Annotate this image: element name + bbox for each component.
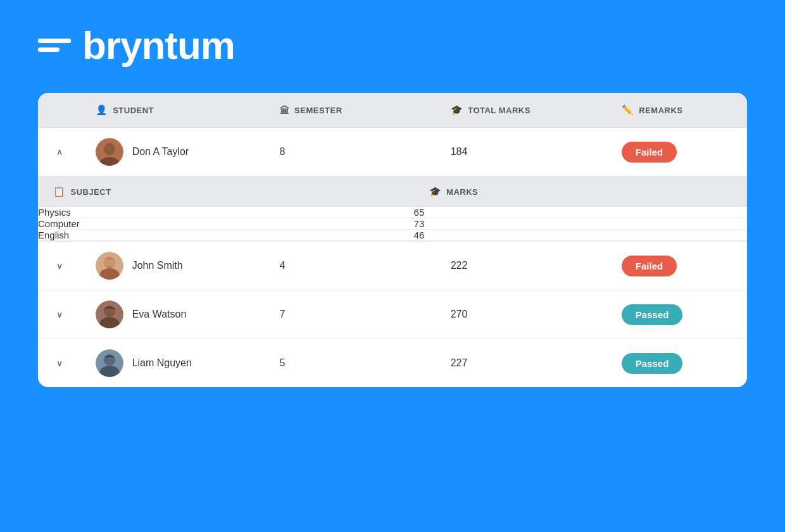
- table-row: ∨ Liam Nguyen: [38, 339, 747, 388]
- svg-point-10: [104, 308, 115, 313]
- student-name: Liam Nguyen: [132, 357, 192, 369]
- inner-header-row: 📋 SUBJECT 🎓 MARKS: [38, 177, 747, 207]
- semester-cell: 4: [267, 242, 438, 290]
- marks-cell: 184: [438, 128, 609, 176]
- students-table: 👤 STUDENT 🏛 SEMESTER 🎓 TOTAL MARKS: [38, 93, 747, 387]
- table-row: ∨ John Smith: [38, 242, 747, 290]
- student-name: John Smith: [132, 260, 183, 271]
- header: bryntum: [0, 0, 785, 93]
- logo-line-2: [38, 47, 60, 52]
- student-cell: Don A Taylor: [83, 128, 267, 176]
- inner-table-wrapper: 📋 SUBJECT 🎓 MARKS: [38, 176, 747, 241]
- avatar: [96, 300, 123, 328]
- remarks-icon: ✏️: [622, 104, 634, 116]
- student-icon: 👤: [96, 104, 108, 116]
- collapse-button[interactable]: ∧: [51, 143, 68, 161]
- marks-icon: 🎓: [451, 104, 463, 116]
- avatar: [96, 349, 123, 377]
- subject-marks-failing: 46: [414, 230, 747, 241]
- semester-cell: 8: [267, 128, 438, 176]
- expand-cell: ∧: [38, 128, 83, 176]
- expand-cell: ∨: [38, 290, 83, 339]
- expand-button[interactable]: ∨: [51, 306, 68, 323]
- expand-cell: ∨: [38, 242, 83, 290]
- semester-value: 8: [280, 146, 286, 157]
- subject-name: Computer: [38, 218, 414, 230]
- th-marks: 🎓 MARKS: [414, 177, 747, 207]
- logo-lines-icon: [38, 39, 71, 52]
- th-expand: [38, 93, 83, 128]
- status-badge: Passed: [622, 353, 683, 374]
- subject-row: Physics 65: [38, 207, 747, 218]
- subject-icon: 📋: [53, 186, 66, 197]
- student-name: Eva Watson: [132, 309, 187, 320]
- inner-marks-icon: 🎓: [429, 186, 442, 197]
- status-badge: Failed: [622, 256, 677, 276]
- table-header-row: 👤 STUDENT 🏛 SEMESTER 🎓 TOTAL MARKS: [38, 93, 747, 128]
- th-semester: 🏛 SEMESTER: [267, 93, 438, 128]
- svg-point-6: [103, 259, 116, 266]
- th-remarks: ✏️ REMARKS: [609, 93, 747, 128]
- subject-row: Computer 73: [38, 218, 747, 230]
- avatar: [96, 138, 123, 166]
- logo: bryntum: [38, 23, 235, 68]
- main-content: 👤 STUDENT 🏛 SEMESTER 🎓 TOTAL MARKS: [38, 93, 747, 387]
- expand-button[interactable]: ∨: [51, 257, 68, 275]
- th-total-marks: 🎓 TOTAL MARKS: [438, 93, 609, 128]
- remarks-cell: Passed: [609, 290, 747, 339]
- marks-value: 227: [451, 357, 468, 368]
- student-cell: Liam Nguyen: [83, 339, 267, 388]
- semester-value: 7: [280, 309, 286, 319]
- subject-marks: 73: [414, 218, 747, 230]
- status-badge: Failed: [622, 142, 677, 163]
- th-student: 👤 STUDENT: [83, 93, 267, 128]
- remarks-cell: Passed: [609, 339, 747, 388]
- marks-cell: 270: [438, 290, 609, 339]
- remarks-cell: Failed: [609, 242, 747, 290]
- table-row: ∧ Don A Taylor: [38, 128, 747, 176]
- semester-cell: 7: [267, 290, 438, 339]
- student-name: Don A Taylor: [132, 146, 189, 158]
- avatar: [96, 252, 123, 280]
- marks-cell: 222: [438, 242, 609, 290]
- logo-line-1: [38, 39, 71, 43]
- expanded-row: 📋 SUBJECT 🎓 MARKS: [38, 176, 747, 242]
- subjects-table: 📋 SUBJECT 🎓 MARKS: [38, 177, 747, 241]
- semester-value: 5: [280, 357, 286, 368]
- marks-value: 184: [451, 146, 468, 157]
- remarks-cell: Failed: [609, 128, 747, 176]
- marks-value: 270: [451, 309, 468, 319]
- student-cell: Eva Watson: [83, 290, 267, 339]
- semester-cell: 5: [267, 339, 438, 388]
- expand-button[interactable]: ∨: [51, 354, 68, 372]
- svg-point-1: [104, 143, 115, 156]
- marks-cell: 227: [438, 339, 609, 388]
- th-subject: 📋 SUBJECT: [38, 177, 414, 207]
- expanded-cell: 📋 SUBJECT 🎓 MARKS: [38, 176, 747, 242]
- status-badge: Passed: [622, 304, 683, 325]
- subject-name: Physics: [38, 207, 414, 218]
- semester-value: 4: [280, 260, 286, 271]
- subject-row: English 46: [38, 230, 747, 241]
- expand-cell: ∨: [38, 339, 83, 388]
- subject-marks: 65: [414, 207, 747, 218]
- subject-name: English: [38, 230, 414, 241]
- student-cell: John Smith: [83, 242, 267, 290]
- semester-icon: 🏛: [280, 105, 290, 116]
- marks-value: 222: [451, 260, 468, 271]
- table-row: ∨ Eva Watson: [38, 290, 747, 339]
- brand-name: bryntum: [82, 23, 235, 68]
